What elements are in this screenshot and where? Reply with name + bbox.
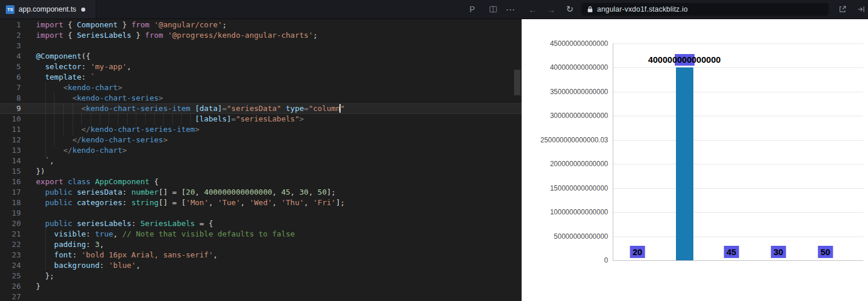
line-number: 17 (0, 187, 21, 198)
line-number: 3 (0, 41, 21, 51)
external-link-icon (838, 5, 847, 13)
chart: 4500000000000004000000000000003500000000… (522, 19, 868, 301)
y-axis-label: 450000000000000 (550, 39, 608, 48)
code-line[interactable]: 25 }; (0, 271, 522, 281)
tab-title: app.component.ts (19, 5, 76, 13)
line-number: 18 (0, 198, 21, 208)
editor-scrollbar[interactable] (514, 70, 520, 95)
code-editor[interactable]: 1import { Component } from '@angular/cor… (0, 19, 522, 301)
code-line[interactable]: 2import { SeriesLabels } from '@progress… (0, 30, 522, 41)
code-line[interactable]: 1import { Component } from '@angular/cor… (0, 20, 522, 30)
split-editor-button[interactable] (485, 0, 501, 19)
line-number: 10 (0, 114, 21, 124)
code-line[interactable]: 8 <kendo-chart-series> (0, 93, 522, 103)
gridline (613, 92, 863, 92)
code-text: import { Component } from '@angular/core… (36, 20, 227, 29)
y-axis-label: 300000000000000 (550, 111, 608, 120)
code-text: </kendo-chart> (36, 146, 127, 155)
line-number: 13 (0, 145, 21, 156)
code-line[interactable]: 9 <kendo-chart-series-item [data]="serie… (0, 103, 522, 114)
editor-tab[interactable]: TS app.component.ts (0, 0, 96, 19)
chart-series-label: 45 (724, 246, 739, 258)
line-number: 16 (0, 177, 21, 187)
code-line[interactable]: 10 [labels]="seriesLabels"> (0, 114, 522, 124)
line-number: 26 (0, 281, 21, 292)
code-line[interactable]: 14 `, (0, 156, 522, 166)
line-number: 22 (0, 239, 21, 250)
open-external-button[interactable] (834, 0, 851, 19)
code-line[interactable]: 21 visible: true, // Note that visible d… (0, 229, 522, 239)
open-preview-button[interactable] (853, 0, 868, 19)
code-text: template: ` (36, 73, 95, 81)
url-bar[interactable]: angular-vxdo1f.stackblitz.io (581, 3, 829, 16)
line-number: 7 (0, 83, 21, 93)
code-line[interactable]: 27 (0, 292, 522, 301)
app-window: TS app.component.ts P ⋯ ← → ↻ angular-vx… (0, 0, 868, 301)
y-axis-label: 400000000000000 (550, 63, 608, 72)
y-axis-label: 150000000000000 (550, 184, 608, 193)
y-axis-label: 100000000000000 (550, 207, 608, 217)
gridline (613, 67, 863, 68)
code-line[interactable]: 24 background: 'blue', (0, 260, 522, 271)
code-line[interactable]: 12 </kendo-chart-series> (0, 135, 522, 145)
code-lines: 1import { Component } from '@angular/cor… (0, 20, 522, 301)
line-number: 11 (0, 124, 21, 135)
code-text: visible: true, // Note that visible defa… (36, 230, 295, 238)
y-axis-label: 200000000000000 (550, 159, 608, 169)
code-line[interactable]: 19 (0, 208, 522, 218)
more-actions-button[interactable]: ⋯ (502, 0, 519, 19)
code-text: public categories: string[] = ['Mon', 'T… (36, 198, 345, 207)
code-text: padding: 3, (36, 240, 104, 249)
line-number: 6 (0, 72, 21, 83)
nav-back-button[interactable]: ← (525, 0, 541, 19)
line-number: 1 (0, 20, 21, 30)
code-line[interactable]: 22 padding: 3, (0, 239, 522, 250)
code-line[interactable]: 3 (0, 41, 522, 51)
code-text: `, (36, 156, 54, 165)
code-text: }) (36, 167, 45, 175)
y-axis-label: 250000000000000.03 (540, 135, 608, 145)
code-line[interactable]: 4@Component({ (0, 51, 522, 62)
code-text: }; (36, 271, 54, 280)
nav-forward-button[interactable]: → (543, 0, 559, 19)
gridline (613, 116, 863, 116)
gridline (613, 236, 863, 237)
chart-series-label: 30 (771, 246, 786, 258)
gridline (613, 188, 863, 189)
preview-panel: 4500000000000004000000000000003500000000… (522, 19, 868, 301)
code-text: [labels]="seriesLabels"> (36, 114, 304, 123)
unsaved-changes-dot[interactable] (81, 8, 85, 12)
gridline (613, 140, 863, 141)
topbar: TS app.component.ts P ⋯ ← → ↻ angular-vx… (0, 0, 868, 19)
code-line[interactable]: 20 public seriesLabels: SeriesLabels = { (0, 218, 522, 229)
code-line[interactable]: 18 public categories: string[] = ['Mon',… (0, 198, 522, 208)
line-number: 24 (0, 260, 21, 271)
code-line[interactable]: 23 font: 'bold 16px Arial, sans-serif', (0, 250, 522, 260)
line-number: 2 (0, 30, 21, 41)
lock-icon (587, 6, 593, 13)
chart-bar (676, 67, 693, 260)
code-line[interactable]: 26} (0, 281, 522, 292)
code-text: <kendo-chart-series> (36, 94, 163, 102)
reload-button[interactable]: ↻ (562, 0, 578, 19)
code-text: selector: 'my-app', (36, 62, 131, 71)
line-number: 21 (0, 229, 21, 239)
code-text: background: 'blue', (36, 261, 140, 270)
code-line[interactable]: 16export class AppComponent { (0, 177, 522, 187)
prettier-button[interactable]: P (464, 0, 480, 19)
code-line[interactable]: 11 </kendo-chart-series-item> (0, 124, 522, 135)
code-line[interactable]: 15}) (0, 166, 522, 177)
line-number: 25 (0, 271, 21, 281)
code-text: public seriesLabels: SeriesLabels = { (36, 219, 213, 228)
code-line[interactable]: 17 public seriesData: number[] = [20, 40… (0, 187, 522, 198)
line-number: 14 (0, 156, 21, 166)
code-line[interactable]: 5 selector: 'my-app', (0, 62, 522, 72)
url-text: angular-vxdo1f.stackblitz.io (597, 5, 688, 13)
code-line[interactable]: 6 template: ` (0, 72, 522, 83)
code-text: import { SeriesLabels } from '@progress/… (36, 31, 317, 40)
code-line[interactable]: 13 </kendo-chart> (0, 145, 522, 156)
y-axis-line (613, 44, 613, 260)
y-axis-label: 0 (604, 256, 608, 265)
chart-series-label: 20 (630, 246, 645, 258)
code-line[interactable]: 7 <kendo-chart> (0, 83, 522, 93)
